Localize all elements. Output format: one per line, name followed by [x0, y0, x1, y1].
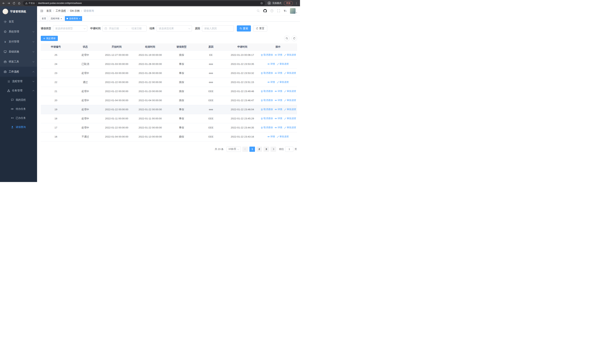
cancel-leave-button[interactable]: 取消请假 — [261, 99, 273, 102]
next-page-button[interactable] — [271, 147, 276, 152]
approval-progress-button[interactable]: 审批进度 — [277, 135, 289, 138]
sidebar-item-infrastructure[interactable]: 基础设施 — [0, 47, 37, 57]
toggle-search-button[interactable] — [284, 36, 290, 41]
cell-start-time: 2022-01-22 00:00:00 — [100, 123, 134, 132]
breadcrumb-workflow[interactable]: 工作流程 — [56, 9, 66, 13]
detail-button[interactable]: 详情 — [275, 53, 282, 56]
leave-type-select[interactable]: 请选择请假类型 — [53, 25, 87, 31]
result-select[interactable]: 请选择流结果 — [157, 25, 192, 31]
search-icon[interactable] — [257, 9, 260, 12]
prev-page-button[interactable] — [242, 147, 248, 152]
page-button-3[interactable]: 3 — [263, 147, 269, 152]
table-row[interactable]: 21处理中2022-01-22 00:00:002022-01-23 00:00… — [41, 87, 297, 96]
filter-apply-time: 申请时间 开始日期 - 结束日期 — [90, 25, 147, 31]
approval-progress-button[interactable]: 审批进度 — [277, 63, 289, 65]
font-size-icon[interactable]: TT — [284, 9, 286, 12]
approval-progress-button[interactable]: 审批进度 — [284, 72, 296, 75]
table-row[interactable]: 25处理中2021-12-27 00:00:002022-01-19 00:00… — [41, 50, 297, 59]
home-icon[interactable] — [18, 2, 20, 5]
table-row[interactable]: 24已取消2022-01-03 00:00:002022-01-26 00:00… — [41, 59, 297, 69]
github-icon[interactable] — [263, 9, 267, 13]
cell-apply-id: 20 — [41, 96, 71, 105]
search-button[interactable]: 搜索 — [237, 25, 251, 31]
date-start-placeholder: 开始日期 — [109, 27, 125, 30]
detail-button[interactable]: 详情 — [267, 63, 275, 65]
hamburger-icon[interactable] — [40, 9, 43, 13]
table-row[interactable]: 19处理中2022-01-22 00:00:002022-01-22 00:00… — [41, 105, 297, 114]
approval-progress-button[interactable]: 审批进度 — [284, 108, 296, 111]
sidebar-item-system[interactable]: 系统管理 — [0, 27, 37, 37]
help-icon[interactable] — [270, 9, 273, 12]
tab-process-detail[interactable]: 流程详情 × — [49, 16, 64, 21]
cancel-leave-button[interactable]: 取消请假 — [261, 72, 273, 75]
page-button-2[interactable]: 2 — [256, 147, 262, 152]
table-row[interactable]: 16不通过2022-01-04 00:00:002022-01-13 00:00… — [41, 132, 297, 141]
refresh-table-button[interactable] — [291, 36, 297, 41]
refresh-icon — [293, 37, 296, 40]
detail-button[interactable]: 详情 — [267, 135, 275, 138]
sidebar-item-workflow[interactable]: 工作流程 — [0, 67, 37, 77]
cancel-leave-button[interactable]: 取消请假 — [261, 90, 273, 93]
security-warning[interactable]: 不安全 — [25, 2, 35, 5]
detail-button[interactable]: 详情 — [275, 99, 282, 102]
sidebar-item-devtools[interactable]: 研发工具 — [0, 57, 37, 67]
trash-icon — [261, 108, 263, 111]
detail-button[interactable]: 详情 — [275, 108, 282, 111]
page-button-1[interactable]: 1 — [249, 147, 255, 152]
date-range-picker[interactable]: 开始日期 - 结束日期 — [103, 25, 147, 31]
detail-button[interactable]: 详情 — [275, 126, 282, 129]
detail-button[interactable]: 详情 — [275, 90, 282, 93]
goto-page-input[interactable] — [285, 147, 293, 152]
forward-icon[interactable] — [7, 2, 10, 5]
cancel-leave-button[interactable]: 取消请假 — [261, 53, 273, 56]
breadcrumb-home[interactable]: 首页 — [46, 9, 52, 13]
update-button[interactable]: 更新 — [284, 1, 293, 5]
approval-progress-button[interactable]: 审批进度 — [284, 117, 296, 120]
bookmark-star-icon[interactable] — [260, 2, 263, 4]
breadcrumb-oa-example[interactable]: OA 示例 — [70, 9, 79, 13]
app-logo[interactable]: 芋道管理系统 — [0, 6, 37, 17]
sidebar-item-task-mgmt[interactable]: 任务管理 — [0, 86, 37, 95]
approval-progress-button[interactable]: 审批进度 — [284, 53, 296, 56]
address-bar[interactable]: 不安全 dashboard.yudao.iocoder.cn/bpm/oa/le… — [23, 1, 265, 6]
cancel-leave-button[interactable]: 取消请假 — [261, 126, 273, 129]
cell-apply-time: 2022-01-22 23:51:15 — [226, 78, 259, 87]
sidebar-item-my-process[interactable]: 我的流程 — [0, 95, 37, 104]
approval-progress-button[interactable]: 审批进度 — [277, 81, 289, 84]
create-leave-button[interactable]: 发起请假 — [41, 36, 58, 41]
back-icon[interactable] — [2, 2, 5, 5]
reset-button[interactable]: 重置 — [253, 25, 267, 31]
table-row[interactable]: 23处理中2022-01-03 00:00:002022-01-26 00:00… — [41, 69, 297, 78]
tab-leave-query[interactable]: 请假查询 × — [65, 16, 82, 21]
table-row[interactable]: 18处理中2022-01-11 00:00:002022-01-11 00:00… — [41, 114, 297, 123]
cell-start-time: 2022-01-11 00:00:00 — [100, 114, 134, 123]
cancel-leave-button[interactable]: 取消请假 — [261, 108, 273, 111]
table-row[interactable]: 17处理中2022-01-22 00:00:002022-01-22 00:00… — [41, 123, 297, 132]
reload-icon[interactable] — [13, 2, 15, 5]
approval-progress-button[interactable]: 审批进度 — [284, 90, 296, 93]
cell-status: 处理中 — [71, 123, 100, 132]
browser-menu-icon[interactable]: ⋮ — [295, 2, 298, 5]
reason-input[interactable] — [202, 25, 234, 31]
approval-progress-button[interactable]: 审批进度 — [284, 126, 296, 129]
page-size-select[interactable]: 10条/页 — [227, 147, 241, 152]
user-menu[interactable]: ▾ — [290, 8, 297, 14]
cancel-leave-button[interactable]: 取消请假 — [261, 117, 273, 120]
fullscreen-icon[interactable] — [277, 9, 280, 12]
close-icon[interactable]: × — [79, 18, 81, 20]
detail-button[interactable]: 详情 — [267, 81, 275, 84]
sidebar-item-leave-query[interactable]: 请假查询 — [0, 122, 37, 131]
sidebar-item-label: 请假查询 — [16, 125, 26, 129]
approval-progress-button[interactable]: 审批进度 — [284, 99, 296, 102]
table-row[interactable]: 20处理中2022-01-04 00:00:002022-01-04 00:00… — [41, 96, 297, 105]
close-icon[interactable]: × — [61, 18, 62, 20]
table-row[interactable]: 22通过2022-01-22 00:00:002022-01-22 00:00:… — [41, 78, 297, 87]
sidebar-item-home[interactable]: 首页 — [0, 17, 37, 27]
sidebar-item-todo-tasks[interactable]: 待办任务 — [0, 104, 37, 113]
tab-home[interactable]: 首页 — [40, 16, 48, 21]
detail-button[interactable]: 详情 — [275, 117, 282, 120]
detail-button[interactable]: 详情 — [275, 72, 282, 75]
sidebar-item-payment[interactable]: ¥ 支付管理 — [0, 37, 37, 47]
sidebar-item-process-mgmt[interactable]: 流程管理 — [0, 77, 37, 86]
sidebar-item-done-tasks[interactable]: 已办任务 — [0, 113, 37, 122]
